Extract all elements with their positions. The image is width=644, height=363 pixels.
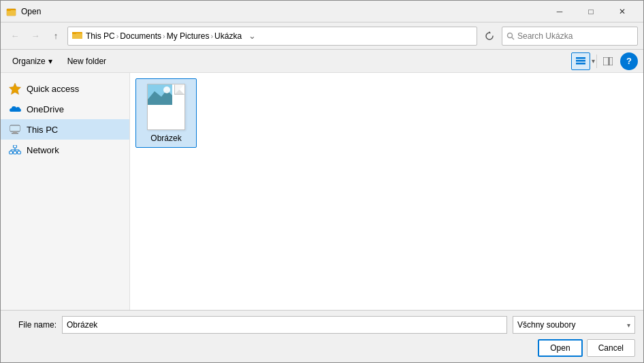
svg-rect-16 <box>13 131 17 133</box>
help-button[interactable]: ? <box>620 52 638 70</box>
file-type-chevron-icon: ▾ <box>627 321 630 329</box>
file-item-obraz[interactable]: Obrázek <box>135 78 197 148</box>
svg-rect-8 <box>576 57 585 59</box>
bottom-bar: File name: Všchny soubory ▾ Open Cancel <box>1 310 643 362</box>
cancel-button[interactable]: Cancel <box>587 339 635 357</box>
open-dialog: Open ─ □ ✕ ← → ↑ This PC › Documents › <box>0 0 644 363</box>
file-area: Obrázek <box>130 73 643 310</box>
breadcrumb-part-2[interactable]: Documents <box>120 31 161 41</box>
svg-rect-9 <box>576 60 585 62</box>
new-folder-label: New folder <box>67 57 106 66</box>
divider <box>596 54 597 68</box>
network-label: Network <box>27 145 59 155</box>
file-type-value: Všchny soubory <box>517 320 575 330</box>
preview-pane-button[interactable] <box>598 52 617 70</box>
preview-icon <box>603 57 613 65</box>
breadcrumb: This PC › Documents › My Pictures › Ukáz… <box>86 31 242 41</box>
action-row: Open Cancel <box>9 339 635 357</box>
address-dropdown-button[interactable]: ⌄ <box>244 27 259 46</box>
breadcrumb-sep-1: › <box>116 32 119 40</box>
up-button[interactable]: ↑ <box>47 27 65 45</box>
view-controls: ▾ <box>571 52 617 70</box>
toolbar-row: Organize ▾ New folder ▾ <box>1 50 643 73</box>
svg-rect-11 <box>603 57 609 65</box>
filename-row: File name: Všchny soubory ▾ <box>9 316 635 334</box>
sidebar-item-this-pc[interactable]: This PC <box>1 119 129 140</box>
organize-arrow: ▾ <box>48 57 52 66</box>
file-name-label: Obrázek <box>150 133 181 143</box>
minimize-button[interactable]: ─ <box>544 1 575 22</box>
quick-access-label: Quick access <box>27 84 79 94</box>
svg-rect-4 <box>72 33 82 39</box>
svg-rect-20 <box>14 151 17 154</box>
view-details-button[interactable] <box>571 52 590 70</box>
search-input[interactable] <box>517 31 633 41</box>
svg-line-7 <box>512 37 514 40</box>
sidebar-item-network[interactable]: Network <box>1 140 129 160</box>
svg-rect-18 <box>14 145 17 148</box>
breadcrumb-part-3[interactable]: My Pictures <box>167 31 210 41</box>
new-folder-button[interactable]: New folder <box>61 52 112 70</box>
main-content: Quick access OneDrive <box>1 73 643 310</box>
open-button[interactable]: Open <box>538 339 582 357</box>
back-button[interactable]: ← <box>6 27 24 45</box>
folder-icon <box>72 30 83 42</box>
organize-label: Organize <box>12 57 46 66</box>
svg-rect-12 <box>609 57 613 65</box>
dialog-title: Open <box>21 7 544 16</box>
breadcrumb-part-1[interactable]: This PC <box>86 31 115 41</box>
address-bar-row: ← → ↑ This PC › Documents › My Pictures … <box>1 22 643 50</box>
dialog-icon <box>6 6 17 17</box>
maximize-button[interactable]: □ <box>575 1 607 22</box>
file-icon-wrapper <box>142 83 190 131</box>
sidebar-item-onedrive[interactable]: OneDrive <box>1 99 129 119</box>
view-dropdown-button[interactable]: ▾ <box>592 57 595 65</box>
close-button[interactable]: ✕ <box>607 1 638 22</box>
search-box[interactable] <box>502 27 638 46</box>
network-icon <box>9 144 21 156</box>
search-icon <box>506 32 515 40</box>
svg-rect-10 <box>576 63 585 65</box>
breadcrumb-sep-3: › <box>210 32 213 40</box>
quick-access-icon <box>9 82 21 95</box>
svg-rect-2 <box>7 9 11 11</box>
file-name-label-text: File name: <box>9 320 57 330</box>
sidebar: Quick access OneDrive <box>1 73 130 310</box>
this-pc-icon <box>9 123 21 136</box>
address-box[interactable]: This PC › Documents › My Pictures › Ukáz… <box>67 27 477 46</box>
refresh-button[interactable] <box>480 27 499 46</box>
svg-marker-13 <box>10 83 21 95</box>
file-name-input[interactable] <box>62 316 507 334</box>
onedrive-label: OneDrive <box>27 104 64 114</box>
svg-rect-17 <box>12 133 18 134</box>
title-bar: Open ─ □ ✕ <box>1 1 643 22</box>
organize-button[interactable]: Organize ▾ <box>6 52 59 70</box>
sidebar-item-quick-access[interactable]: Quick access <box>1 78 129 99</box>
forward-button[interactable]: → <box>27 27 44 45</box>
svg-rect-5 <box>72 32 76 34</box>
details-view-icon <box>576 57 585 65</box>
svg-point-6 <box>508 33 513 37</box>
svg-point-29 <box>163 86 170 93</box>
file-type-dropdown[interactable]: Všchny soubory ▾ <box>513 316 635 334</box>
breadcrumb-sep-2: › <box>163 32 165 40</box>
window-controls: ─ □ ✕ <box>544 1 638 22</box>
svg-rect-19 <box>10 151 13 154</box>
svg-rect-15 <box>10 126 20 131</box>
image-preview-icon <box>148 84 172 105</box>
svg-rect-21 <box>18 151 21 154</box>
breadcrumb-part-4[interactable]: Ukázka <box>214 31 242 41</box>
svg-rect-1 <box>7 10 16 16</box>
this-pc-label: This PC <box>27 125 58 135</box>
doc-page-icon <box>147 84 185 130</box>
onedrive-icon <box>9 103 21 115</box>
